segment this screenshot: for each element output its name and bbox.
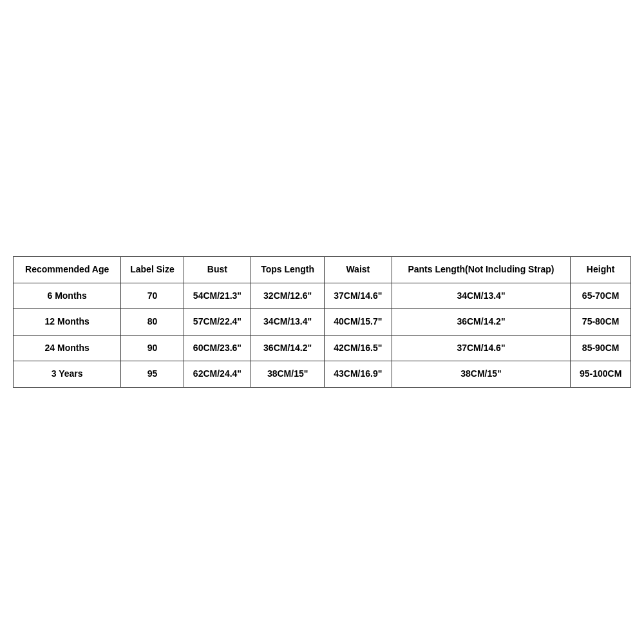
cell-height: 75-80CM <box>571 309 631 336</box>
cell-pants-length: 36CM/14.2" <box>392 309 571 336</box>
size-chart-container: Recommended Age Label Size Bust Tops Len… <box>13 256 631 388</box>
col-header-tops-length: Tops Length <box>251 257 325 283</box>
col-header-bust: Bust <box>184 257 251 283</box>
cell-tops-length: 38CM/15" <box>251 361 325 388</box>
cell-age: 12 Months <box>14 309 121 336</box>
cell-label-size: 80 <box>121 309 184 336</box>
cell-waist: 37CM/14.6" <box>324 283 392 309</box>
cell-height: 85-90CM <box>571 335 631 361</box>
cell-bust: 54CM/21.3" <box>184 283 251 309</box>
cell-waist: 40CM/15.7" <box>324 309 392 336</box>
cell-waist: 43CM/16.9" <box>324 361 392 388</box>
cell-label-size: 70 <box>121 283 184 309</box>
table-row: 6 Months7054CM/21.3"32CM/12.6"37CM/14.6"… <box>14 283 631 309</box>
cell-tops-length: 34CM/13.4" <box>251 309 325 336</box>
table-row: 24 Months9060CM/23.6"36CM/14.2"42CM/16.5… <box>14 335 631 361</box>
size-chart-table: Recommended Age Label Size Bust Tops Len… <box>13 256 631 388</box>
cell-bust: 62CM/24.4" <box>184 361 251 388</box>
cell-height: 65-70CM <box>571 283 631 309</box>
cell-age: 24 Months <box>14 335 121 361</box>
cell-bust: 60CM/23.6" <box>184 335 251 361</box>
cell-pants-length: 34CM/13.4" <box>392 283 571 309</box>
table-row: 3 Years9562CM/24.4"38CM/15"43CM/16.9"38C… <box>14 361 631 388</box>
col-header-label-size: Label Size <box>121 257 184 283</box>
cell-height: 95-100CM <box>571 361 631 388</box>
cell-label-size: 95 <box>121 361 184 388</box>
col-header-height: Height <box>571 257 631 283</box>
cell-age: 3 Years <box>14 361 121 388</box>
cell-tops-length: 36CM/14.2" <box>251 335 325 361</box>
cell-waist: 42CM/16.5" <box>324 335 392 361</box>
table-row: 12 Months8057CM/22.4"34CM/13.4"40CM/15.7… <box>14 309 631 336</box>
cell-tops-length: 32CM/12.6" <box>251 283 325 309</box>
cell-pants-length: 37CM/14.6" <box>392 335 571 361</box>
cell-bust: 57CM/22.4" <box>184 309 251 336</box>
table-header-row: Recommended Age Label Size Bust Tops Len… <box>14 257 631 283</box>
col-header-waist: Waist <box>324 257 392 283</box>
col-header-age: Recommended Age <box>14 257 121 283</box>
cell-label-size: 90 <box>121 335 184 361</box>
col-header-pants-length: Pants Length(Not Including Strap) <box>392 257 571 283</box>
cell-age: 6 Months <box>14 283 121 309</box>
cell-pants-length: 38CM/15" <box>392 361 571 388</box>
